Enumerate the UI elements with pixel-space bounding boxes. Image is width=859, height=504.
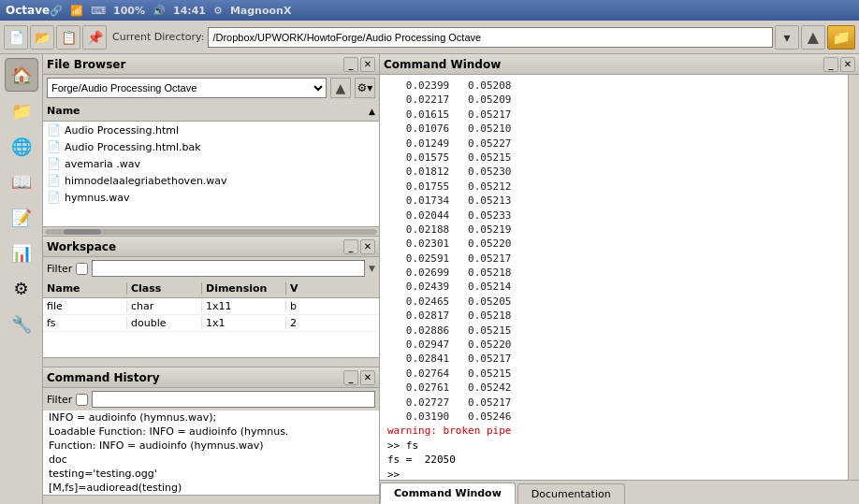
sidebar-icon-book[interactable]: 📖 xyxy=(5,165,38,198)
ws-col-class-header: Class xyxy=(127,282,202,295)
sidebar-icon-editor[interactable]: 📝 xyxy=(5,200,38,234)
file-name: Audio Processing.html.bak xyxy=(65,141,201,153)
wifi-icon: 📶 xyxy=(70,5,83,17)
copy-button[interactable]: 📋 xyxy=(56,25,80,50)
file-browser-header: File Browser _ ✕ xyxy=(43,54,379,75)
ws-col-name-header: Name xyxy=(43,282,127,295)
fb-name-col-header: Name xyxy=(47,105,367,117)
command-history-panel: Command History _ ✕ Filter INFO = audioi… xyxy=(43,367,379,504)
ws-filter-row: Filter ▼ xyxy=(43,257,379,280)
list-item[interactable]: 📄 Audio Processing.html xyxy=(43,122,379,138)
fb-sort-arrow[interactable]: ▲ xyxy=(369,107,375,116)
ch-filter-row: Filter xyxy=(43,388,379,410)
ch-close-btn[interactable]: ✕ xyxy=(360,370,375,385)
table-row[interactable]: fs double 1x1 2 xyxy=(43,315,379,332)
file-icon: 📄 xyxy=(47,123,61,137)
fb-gear-button[interactable]: ⚙▾ xyxy=(355,78,375,98)
file-icon: 📄 xyxy=(47,174,61,187)
clock: 14:41 xyxy=(173,5,206,17)
list-item[interactable]: 📄 himnodelaalegriabethoven.wav xyxy=(43,172,379,189)
fb-minimize-btn[interactable]: _ xyxy=(343,57,358,72)
ws-cell-val: 2 xyxy=(286,317,379,329)
sidebar-icon-home[interactable]: 🏠 xyxy=(5,58,38,92)
username: MagnoonX xyxy=(230,5,292,17)
ch-filter-input[interactable] xyxy=(92,391,375,408)
ws-cell-name: fs xyxy=(43,317,127,329)
list-item[interactable]: [M,fs]=audioread(testing) xyxy=(43,481,379,495)
file-name: avemaria .wav xyxy=(65,158,140,170)
fb-up-button[interactable]: ▲ xyxy=(330,78,351,98)
ws-minimize-btn[interactable]: _ xyxy=(343,239,358,254)
file-browser-panel: File Browser _ ✕ Forge/Audio Processing … xyxy=(43,54,379,237)
ch-filter-checkbox[interactable] xyxy=(76,394,88,406)
tab-documentation[interactable]: Documentation xyxy=(517,483,625,504)
list-item[interactable]: INFO = audioinfo (hymnus.wav); xyxy=(43,410,379,425)
fb-path-select[interactable]: Forge/Audio Processing Octave xyxy=(47,78,327,98)
ch-scrollbar[interactable] xyxy=(43,495,379,504)
ws-filter-input[interactable] xyxy=(92,260,365,277)
sidebar-icon-graph[interactable]: 📊 xyxy=(5,236,38,269)
tab-command-window[interactable]: Command Window xyxy=(380,482,516,504)
ws-filter-arrow: ▼ xyxy=(369,264,375,273)
ws-cell-class: char xyxy=(127,300,202,312)
sidebar-icon-browser[interactable]: 🌐 xyxy=(5,129,38,163)
new-file-button[interactable]: 📄 xyxy=(4,25,28,50)
app-title: Octave xyxy=(6,4,50,17)
current-dir-label: Current Directory: xyxy=(112,31,204,43)
ch-list: INFO = audioinfo (hymnus.wav); Loadable … xyxy=(43,410,379,495)
workspace-header: Workspace _ ✕ xyxy=(43,237,379,257)
cw-minimize-btn[interactable]: _ xyxy=(823,57,838,72)
cw-output: 0.02399 0.05208 0.02217 0.05209 0.01615 … xyxy=(380,75,859,480)
ws-col-dim-header: Dimension xyxy=(202,282,286,295)
fb-file-list: 📄 Audio Processing.html 📄 Audio Processi… xyxy=(43,122,379,226)
ws-cell-dim: 1x1 xyxy=(202,317,286,329)
fb-toolbar: Forge/Audio Processing Octave ▲ ⚙▾ xyxy=(43,75,379,101)
ws-table-header: Name Class Dimension V xyxy=(43,280,379,298)
ws-close-btn[interactable]: ✕ xyxy=(360,239,375,254)
fb-list-header: Name ▲ xyxy=(43,101,379,122)
workspace-panel: Workspace _ ✕ Filter ▼ Name Class Dimens… xyxy=(43,237,379,367)
cw-header: Command Window _ ✕ xyxy=(380,54,859,75)
list-item[interactable]: doc xyxy=(43,453,379,467)
list-item[interactable]: 📄 hymnus.wav xyxy=(43,189,379,206)
list-item[interactable]: 📄 avemaria .wav xyxy=(43,155,379,172)
ws-cell-dim: 1x11 xyxy=(202,300,286,312)
sidebar-icon-debug[interactable]: 🔧 xyxy=(5,307,38,340)
current-dir-input[interactable] xyxy=(208,27,773,48)
ws-filter-label: Filter xyxy=(47,263,72,275)
fb-close-btn[interactable]: ✕ xyxy=(360,57,375,72)
cw-scrollbar[interactable] xyxy=(848,75,859,480)
ws-col-val-header: V xyxy=(286,282,379,295)
folder-btn[interactable]: 📁 xyxy=(827,25,855,50)
ch-minimize-btn[interactable]: _ xyxy=(343,370,358,385)
dropdown-btn[interactable]: ▾ xyxy=(775,25,799,50)
sidebar-icon-folder[interactable]: 📁 xyxy=(5,94,38,127)
file-icon: 📄 xyxy=(47,191,61,204)
list-item[interactable]: testing='testing.ogg' xyxy=(43,467,379,481)
toolbar: 📄 📂 📋 📌 Current Directory: ▾ ▲ 📁 xyxy=(0,21,859,54)
list-item[interactable]: 📄 Audio Processing.html.bak xyxy=(43,138,379,155)
ws-filter-checkbox[interactable] xyxy=(76,263,88,275)
ws-scrollbar[interactable] xyxy=(43,357,379,367)
sidebar-icon-settings[interactable]: ⚙ xyxy=(5,271,38,305)
table-row[interactable]: file char 1x11 b xyxy=(43,298,379,315)
ws-cell-name: file xyxy=(43,300,127,312)
list-item[interactable]: Function: INFO = audioinfo (hymnus.wav) xyxy=(43,439,379,453)
cw-close-btn[interactable]: ✕ xyxy=(840,57,855,72)
list-item[interactable]: Loadable Function: INFO = audioinfo (hym… xyxy=(43,425,379,439)
battery-status: 100% xyxy=(113,5,145,17)
nav-up-button[interactable]: ▲ xyxy=(801,25,825,50)
ws-table: file char 1x11 b fs double 1x1 2 xyxy=(43,298,379,357)
file-icon: 📄 xyxy=(47,157,61,170)
open-file-button[interactable]: 📂 xyxy=(30,25,54,50)
file-name: Audio Processing.html xyxy=(65,124,179,137)
fb-scrollbar[interactable] xyxy=(43,226,379,236)
sidebar: 🏠 📁 🌐 📖 📝 📊 ⚙ 🔧 xyxy=(0,54,43,504)
network-icon: 🔗 xyxy=(50,5,63,17)
ws-cell-class: double xyxy=(127,317,202,329)
cw-output-text: 0.02399 0.05208 0.02217 0.05209 0.01615 … xyxy=(387,79,852,480)
file-name: hymnus.wav xyxy=(65,192,130,204)
file-browser-title: File Browser xyxy=(47,58,343,71)
command-window-panel: Command Window _ ✕ 0.02399 0.05208 0.022… xyxy=(380,54,859,504)
paste-button[interactable]: 📌 xyxy=(82,25,107,50)
